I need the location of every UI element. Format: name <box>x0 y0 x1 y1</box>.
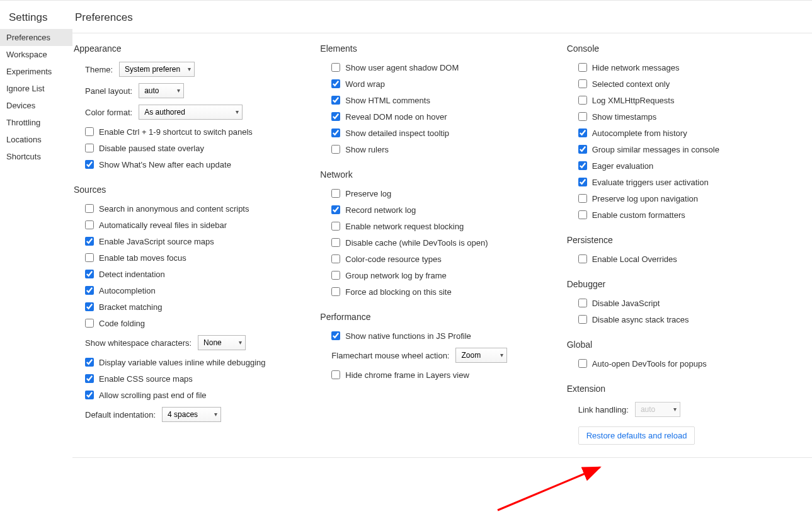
sources-chk7[interactable]: Bracket matching <box>85 299 315 314</box>
link-handling-select[interactable]: auto <box>635 402 680 417</box>
sources-chk3-checkbox[interactable] <box>85 237 94 246</box>
sources-chk10[interactable]: Enable CSS source maps <box>85 371 315 386</box>
panel-layout-select[interactable]: auto <box>139 83 184 98</box>
network-chk6[interactable]: Group network log by frame <box>331 268 561 283</box>
console-chk6-checkbox[interactable] <box>578 145 587 154</box>
elements-chk1[interactable]: Show user agent shadow DOM <box>331 60 561 75</box>
network-chk4-checkbox[interactable] <box>331 238 340 247</box>
sidebar-item-shortcuts[interactable]: Shortcuts <box>0 148 72 165</box>
console-chk5[interactable]: Autocomplete from history <box>578 125 808 140</box>
performance-chk2[interactable]: Hide chrome frame in Layers view <box>331 367 561 382</box>
console-chk3[interactable]: Log XMLHttpRequests <box>578 93 808 108</box>
indent-select[interactable]: 4 spaces <box>162 407 221 422</box>
restore-defaults-button[interactable]: Restore defaults and reload <box>578 426 695 445</box>
sources-chk6[interactable]: Autocompletion <box>85 283 315 298</box>
network-chk4[interactable]: Disable cache (while DevTools is open) <box>331 235 561 250</box>
appearance-chk2[interactable]: Disable paused state overlay <box>85 140 315 156</box>
sources-chk1-checkbox[interactable] <box>85 204 94 213</box>
console-chk2-checkbox[interactable] <box>578 79 587 88</box>
sources-chk8-checkbox[interactable] <box>85 319 94 328</box>
debugger-chk2[interactable]: Disable async stack traces <box>578 312 808 327</box>
sidebar-item-throttling[interactable]: Throttling <box>0 114 72 131</box>
network-chk2-checkbox[interactable] <box>331 205 340 214</box>
console-chk10[interactable]: Enable custom formatters <box>578 207 808 222</box>
sources-chk8[interactable]: Code folding <box>85 316 315 331</box>
elements-chk4-checkbox[interactable] <box>331 112 340 121</box>
debugger-chk1-checkbox[interactable] <box>578 299 587 307</box>
sources-chk2[interactable]: Automatically reveal files in sidebar <box>85 217 315 232</box>
debugger-chk2-checkbox[interactable] <box>578 315 587 324</box>
sources-chk7-checkbox[interactable] <box>85 302 94 311</box>
global-chk1[interactable]: Auto-open DevTools for popups <box>578 356 808 371</box>
color-format-select[interactable]: As authored <box>139 105 243 120</box>
appearance-chk3-checkbox[interactable] <box>85 160 94 169</box>
whitespace-select[interactable]: None <box>198 335 246 350</box>
console-chk2[interactable]: Selected context only <box>578 76 808 91</box>
elements-chk2-checkbox[interactable] <box>331 79 340 88</box>
sources-chk5-checkbox[interactable] <box>85 270 94 278</box>
sources-chk9-checkbox[interactable] <box>85 358 94 367</box>
network-chk5-checkbox[interactable] <box>331 254 340 263</box>
network-chk3[interactable]: Enable network request blocking <box>331 219 561 234</box>
console-chk9-checkbox[interactable] <box>578 194 587 203</box>
elements-chk5[interactable]: Show detailed inspect tooltip <box>331 125 561 140</box>
sources-chk1[interactable]: Search in anonymous and content scripts <box>85 201 315 216</box>
performance-chk2-checkbox[interactable] <box>331 370 340 379</box>
console-chk9[interactable]: Preserve log upon navigation <box>578 191 808 206</box>
sources-chk6-checkbox[interactable] <box>85 286 94 295</box>
sources-chk2-checkbox[interactable] <box>85 220 94 229</box>
network-chk6-checkbox[interactable] <box>331 271 340 280</box>
console-chk8-checkbox[interactable] <box>578 178 587 186</box>
sidebar-item-devices[interactable]: Devices <box>0 97 72 114</box>
console-chk5-checkbox[interactable] <box>578 128 587 137</box>
appearance-chk1[interactable]: Enable Ctrl + 1-9 shortcut to switch pan… <box>85 124 315 139</box>
console-chk4-checkbox[interactable] <box>578 112 587 121</box>
elements-chk3[interactable]: Show HTML comments <box>331 93 561 108</box>
network-chk5[interactable]: Color-code resource types <box>331 251 561 266</box>
network-chk1-checkbox[interactable] <box>331 189 340 198</box>
elements-chk4[interactable]: Reveal DOM node on hover <box>331 109 561 124</box>
sidebar-item-experiments[interactable]: Experiments <box>0 63 72 80</box>
network-chk7-checkbox[interactable] <box>331 287 340 296</box>
performance-chk1-checkbox[interactable] <box>331 331 340 340</box>
sources-chk9[interactable]: Display variable values inline while deb… <box>85 355 315 370</box>
network-chk1[interactable]: Preserve log <box>331 186 561 201</box>
elements-chk6[interactable]: Show rulers <box>331 142 561 157</box>
elements-chk3-checkbox[interactable] <box>331 96 340 105</box>
sources-chk5[interactable]: Detect indentation <box>85 266 315 282</box>
debugger-chk1[interactable]: Disable JavaScript <box>578 295 808 311</box>
sidebar-item-workspace[interactable]: Workspace <box>0 46 72 63</box>
theme-select[interactable]: System preference <box>119 62 195 77</box>
sidebar-item-locations[interactable]: Locations <box>0 131 72 148</box>
sources-chk11-checkbox[interactable] <box>85 391 94 399</box>
network-chk3-checkbox[interactable] <box>331 222 340 231</box>
sidebar-item-preferences[interactable]: Preferences <box>0 29 72 46</box>
sources-chk4[interactable]: Enable tab moves focus <box>85 250 315 265</box>
global-chk1-checkbox[interactable] <box>578 359 587 368</box>
network-chk2[interactable]: Record network log <box>331 202 561 217</box>
wheel-select[interactable]: Zoom <box>455 348 507 363</box>
console-chk6[interactable]: Group similar messages in console <box>578 142 808 157</box>
performance-chk1[interactable]: Show native functions in JS Profile <box>331 328 561 343</box>
console-chk8[interactable]: Evaluate triggers user activation <box>578 174 808 190</box>
console-chk7-checkbox[interactable] <box>578 161 587 170</box>
appearance-chk2-checkbox[interactable] <box>85 144 94 152</box>
elements-chk2[interactable]: Word wrap <box>331 76 561 91</box>
persistence-chk1-checkbox[interactable] <box>578 254 587 263</box>
console-chk3-checkbox[interactable] <box>578 96 587 105</box>
sidebar-item-ignore-list[interactable]: Ignore List <box>0 80 72 97</box>
console-chk4[interactable]: Show timestamps <box>578 109 808 124</box>
elements-chk1-checkbox[interactable] <box>331 63 340 72</box>
console-chk10-checkbox[interactable] <box>578 210 587 219</box>
appearance-chk1-checkbox[interactable] <box>85 127 94 136</box>
elements-chk6-checkbox[interactable] <box>331 145 340 154</box>
persistence-chk1[interactable]: Enable Local Overrides <box>578 251 808 266</box>
sources-chk4-checkbox[interactable] <box>85 253 94 262</box>
sources-chk11[interactable]: Allow scrolling past end of file <box>85 387 315 403</box>
appearance-chk3[interactable]: Show What's New after each update <box>85 157 315 172</box>
elements-chk5-checkbox[interactable] <box>331 128 340 137</box>
network-chk7[interactable]: Force ad blocking on this site <box>331 284 561 299</box>
sources-chk3[interactable]: Enable JavaScript source maps <box>85 234 315 249</box>
console-chk1[interactable]: Hide network messages <box>578 60 808 75</box>
console-chk1-checkbox[interactable] <box>578 63 587 72</box>
